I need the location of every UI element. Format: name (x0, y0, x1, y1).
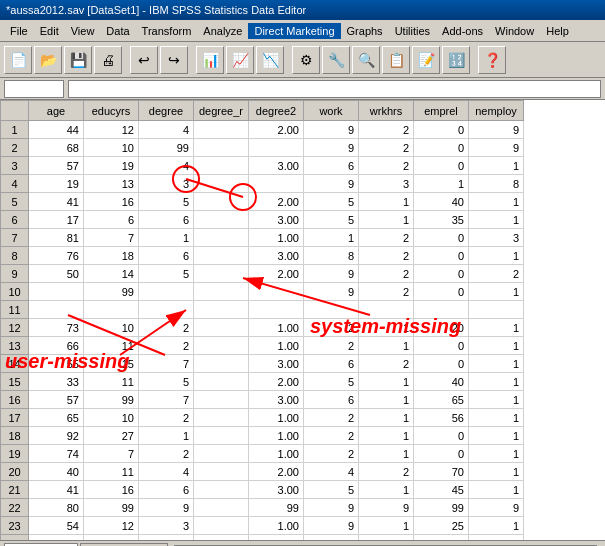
cell[interactable]: 1 (469, 445, 524, 463)
cell[interactable]: 45 (414, 481, 469, 499)
cell[interactable]: 0 (414, 229, 469, 247)
cell[interactable]: 1 (469, 247, 524, 265)
cell[interactable]: 3.00 (249, 211, 304, 229)
cell[interactable]: 99 (249, 499, 304, 517)
cell[interactable]: 41 (29, 481, 84, 499)
cell[interactable]: 1 (469, 409, 524, 427)
cell[interactable]: 2 (304, 427, 359, 445)
cell[interactable]: 3.00 (249, 247, 304, 265)
menu-window[interactable]: Window (489, 23, 540, 39)
cell[interactable]: 1 (139, 229, 194, 247)
cell[interactable]: 6 (304, 157, 359, 175)
cell[interactable]: 99 (84, 283, 139, 301)
cell[interactable]: 2 (359, 247, 414, 265)
btn-tool2[interactable]: 🔧 (322, 46, 350, 74)
cell[interactable]: 2 (139, 319, 194, 337)
col-header-work[interactable]: work (304, 101, 359, 121)
cell[interactable] (249, 175, 304, 193)
cell[interactable]: 2 (139, 445, 194, 463)
cell[interactable] (194, 175, 249, 193)
cell[interactable]: 68 (29, 139, 84, 157)
cell[interactable]: 9 (469, 499, 524, 517)
cell[interactable]: 1 (469, 517, 524, 535)
cell[interactable]: 2 (304, 445, 359, 463)
cell[interactable]: 1 (469, 337, 524, 355)
cell[interactable]: 99 (139, 139, 194, 157)
cell[interactable]: 19 (84, 157, 139, 175)
cell[interactable] (194, 121, 249, 139)
cell[interactable] (139, 301, 194, 319)
cell[interactable] (194, 481, 249, 499)
cell[interactable] (194, 373, 249, 391)
cell[interactable]: 2 (139, 337, 194, 355)
btn-tool3[interactable]: 🔍 (352, 46, 380, 74)
tab-variable-view[interactable]: Variable View (80, 543, 168, 547)
menu-graphs[interactable]: Graphs (341, 23, 389, 39)
cell[interactable]: 40 (414, 373, 469, 391)
cell[interactable]: 33 (29, 373, 84, 391)
cell[interactable]: 50 (29, 265, 84, 283)
col-header-age[interactable]: age (29, 101, 84, 121)
cell[interactable]: 25 (414, 517, 469, 535)
cell[interactable]: 10 (84, 535, 139, 541)
cell[interactable]: 3.00 (249, 391, 304, 409)
btn-new[interactable]: 📄 (4, 46, 32, 74)
btn-chart1[interactable]: 📊 (196, 46, 224, 74)
cell[interactable]: 5 (304, 481, 359, 499)
cell[interactable]: 9 (469, 139, 524, 157)
cell[interactable]: 0 (414, 337, 469, 355)
cell[interactable]: 65 (414, 391, 469, 409)
cell[interactable]: 5 (304, 211, 359, 229)
cell[interactable]: 0 (414, 283, 469, 301)
cell[interactable]: 2 (359, 463, 414, 481)
cell[interactable]: 9 (304, 517, 359, 535)
cell[interactable] (194, 427, 249, 445)
cell[interactable]: 2 (469, 265, 524, 283)
menu-data[interactable]: Data (100, 23, 135, 39)
cell[interactable]: 17 (29, 211, 84, 229)
cell[interactable]: 10 (84, 139, 139, 157)
cell[interactable]: 73 (29, 319, 84, 337)
cell[interactable] (194, 157, 249, 175)
cell[interactable]: 1 (414, 175, 469, 193)
cell[interactable] (469, 301, 524, 319)
cell[interactable] (194, 283, 249, 301)
cell[interactable]: 9 (304, 139, 359, 157)
cell[interactable]: 18 (84, 247, 139, 265)
menu-direct-marketing[interactable]: Direct Marketing (248, 23, 340, 39)
cell[interactable]: 1 (139, 427, 194, 445)
cell[interactable] (194, 301, 249, 319)
btn-tool4[interactable]: 📋 (382, 46, 410, 74)
cell[interactable]: 2 (359, 157, 414, 175)
cell[interactable]: 8 (304, 247, 359, 265)
cell[interactable] (194, 391, 249, 409)
cell[interactable]: 60 (414, 535, 469, 541)
cell[interactable]: 2 (359, 355, 414, 373)
col-header-degree2[interactable]: degree2 (249, 101, 304, 121)
cell[interactable] (29, 283, 84, 301)
btn-help[interactable]: ❓ (478, 46, 506, 74)
cell[interactable]: 2 (304, 337, 359, 355)
cell[interactable]: 6 (304, 355, 359, 373)
cell[interactable]: 54 (29, 517, 84, 535)
menu-edit[interactable]: Edit (34, 23, 65, 39)
cell[interactable] (139, 283, 194, 301)
cell[interactable]: 8 (469, 175, 524, 193)
cell[interactable] (249, 283, 304, 301)
menu-help[interactable]: Help (540, 23, 575, 39)
cell[interactable]: 2 (139, 409, 194, 427)
cell[interactable]: 1 (469, 391, 524, 409)
cell[interactable]: 41 (29, 193, 84, 211)
cell[interactable]: 12 (84, 121, 139, 139)
cell[interactable]: 19 (29, 175, 84, 193)
cell[interactable]: 27 (84, 427, 139, 445)
cell[interactable]: 16 (84, 193, 139, 211)
cell-reference[interactable] (4, 80, 64, 98)
cell[interactable]: 1 (469, 481, 524, 499)
cell[interactable]: 3 (469, 229, 524, 247)
cell[interactable] (194, 229, 249, 247)
cell[interactable]: 65 (29, 409, 84, 427)
cell[interactable]: 16 (84, 481, 139, 499)
cell[interactable]: 7 (84, 229, 139, 247)
cell[interactable]: 76 (29, 247, 84, 265)
